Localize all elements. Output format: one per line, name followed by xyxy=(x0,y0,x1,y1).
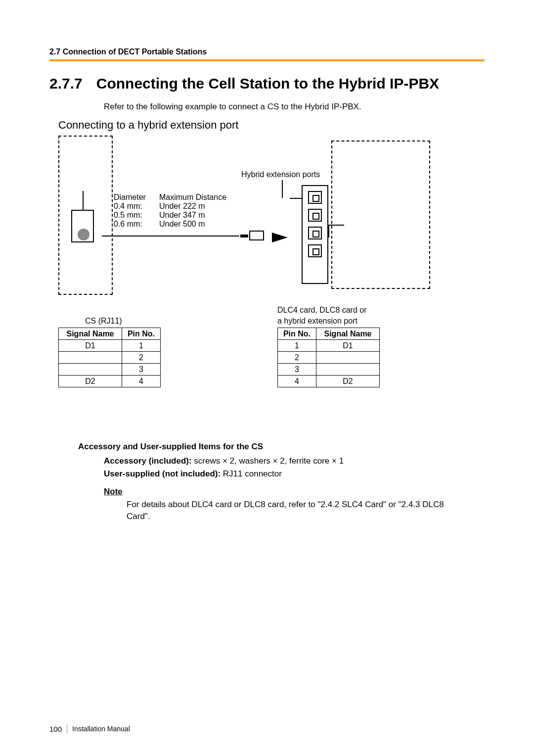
cell-signal: D2 xyxy=(316,376,380,387)
cell-pin: 3 xyxy=(122,364,161,376)
cs-pin-caption: CS (RJ11) xyxy=(85,317,161,326)
cell-signal: D2 xyxy=(59,376,122,387)
cell-pin: 2 xyxy=(122,352,161,364)
page: 2.7 Connection of DECT Portable Stations… xyxy=(0,0,534,756)
page-footer: 100 Installation Manual xyxy=(49,724,130,733)
cell-signal xyxy=(316,352,380,364)
note-body: For details about DLC4 card or DLC8 card… xyxy=(127,499,468,522)
note-heading: Note xyxy=(104,487,485,497)
connection-diagram: Diameter Maximum Distance 0.4 mm: Under … xyxy=(58,136,439,299)
cs-pin-table: Signal Name Pin No. D11 2 3 D24 xyxy=(58,328,161,387)
rj-jack-icon xyxy=(308,191,322,204)
spec-m-1: Under 347 m xyxy=(159,211,205,220)
cell-pin: 4 xyxy=(122,376,161,387)
cell-pin: 1 xyxy=(122,340,161,352)
leader-line-icon xyxy=(282,180,283,198)
rj-jack-icon xyxy=(308,244,322,257)
doc-title: Installation Manual xyxy=(72,725,130,733)
footer-separator-icon xyxy=(67,724,67,733)
spec-head-diameter: Diameter xyxy=(114,193,159,202)
spec-head-maxdist: Maximum Distance xyxy=(159,193,226,202)
table-row: 2 xyxy=(59,352,161,364)
user-supplied-label: User-supplied (not included): xyxy=(104,469,221,478)
cell-signal: D1 xyxy=(316,340,380,352)
rj-jack-icon xyxy=(308,209,322,222)
cs-front-circle-icon xyxy=(78,229,89,240)
arrow-right-icon xyxy=(272,233,288,242)
section-title-text: Connecting the Cell Station to the Hybri… xyxy=(96,75,439,92)
leader-line-icon xyxy=(328,226,329,237)
table-row: 3 xyxy=(59,364,161,376)
pbx-pin-caption-l2: a hybrid extension port xyxy=(277,317,380,326)
spec-d-1: 0.5 mm: xyxy=(114,211,159,220)
cell-signal xyxy=(316,364,380,376)
pbx-pin-caption-l1: DLC4 card, DLC8 card or xyxy=(277,306,380,315)
table-row: 3 xyxy=(278,364,380,376)
cell-signal xyxy=(59,364,122,376)
cable-spec-table: Diameter Maximum Distance 0.4 mm: Under … xyxy=(114,193,226,229)
spec-d-2: 0.6 mm: xyxy=(114,220,159,229)
accessory-label: Accessory (included): xyxy=(104,456,192,466)
section-number: 2.7.7 xyxy=(49,75,83,92)
cable-line-icon xyxy=(102,236,239,236)
cell-signal: D1 xyxy=(59,340,122,352)
items-body: Accessory (included): screws × 2, washer… xyxy=(104,455,485,480)
cell-pin: 1 xyxy=(278,340,316,352)
rj-jack-icon xyxy=(308,227,322,239)
pbx-pin-table-wrap: DLC4 card, DLC8 card or a hybrid extensi… xyxy=(277,306,380,387)
cable-line-icon xyxy=(240,235,248,237)
running-header: 2.7 Connection of DECT Portable Stations xyxy=(49,47,485,56)
intro-text: Refer to the following example to connec… xyxy=(104,102,485,112)
th-signal: Signal Name xyxy=(59,328,122,340)
rj11-plug-icon xyxy=(249,231,264,240)
table-row: 2 xyxy=(278,352,380,364)
cell-pin: 2 xyxy=(278,352,316,364)
spec-m-2: Under 500 m xyxy=(159,220,205,229)
page-number: 100 xyxy=(49,725,62,733)
cell-signal xyxy=(59,352,122,364)
table-row: 1D1 xyxy=(278,340,380,352)
cell-pin: 4 xyxy=(278,376,316,387)
th-signal: Signal Name xyxy=(316,328,380,340)
subsection-heading: Connecting to a hybrid extension port xyxy=(58,119,485,132)
table-row: D24 xyxy=(59,376,161,387)
th-pin: Pin No. xyxy=(278,328,316,340)
accessory-value: screws × 2, washers × 2, ferrite core × … xyxy=(192,456,344,466)
spec-m-0: Under 222 m xyxy=(159,202,205,211)
table-row: D11 xyxy=(59,340,161,352)
cs-pin-table-wrap: CS (RJ11) Signal Name Pin No. D11 2 3 D2… xyxy=(58,317,161,387)
pbx-boundary-box xyxy=(331,141,430,289)
spec-d-0: 0.4 mm: xyxy=(114,202,159,211)
cell-station-icon xyxy=(71,210,94,242)
th-pin: Pin No. xyxy=(122,328,161,340)
pbx-pin-table: Pin No. Signal Name 1D1 2 3 4D2 xyxy=(277,328,380,387)
section-title: 2.7.7Connecting the Cell Station to the … xyxy=(49,75,485,92)
header-rule xyxy=(49,59,485,61)
user-supplied-value: RJ11 connector xyxy=(221,469,282,478)
hybrid-ports-label: Hybrid extension ports xyxy=(241,170,320,179)
table-row: 4D2 xyxy=(278,376,380,387)
extension-ports-icon xyxy=(302,185,328,284)
pinout-tables: CS (RJ11) Signal Name Pin No. D11 2 3 D2… xyxy=(58,306,485,387)
cell-pin: 3 xyxy=(278,364,316,376)
antenna-icon xyxy=(83,191,84,211)
items-heading: Accessory and User-supplied Items for th… xyxy=(78,442,485,452)
